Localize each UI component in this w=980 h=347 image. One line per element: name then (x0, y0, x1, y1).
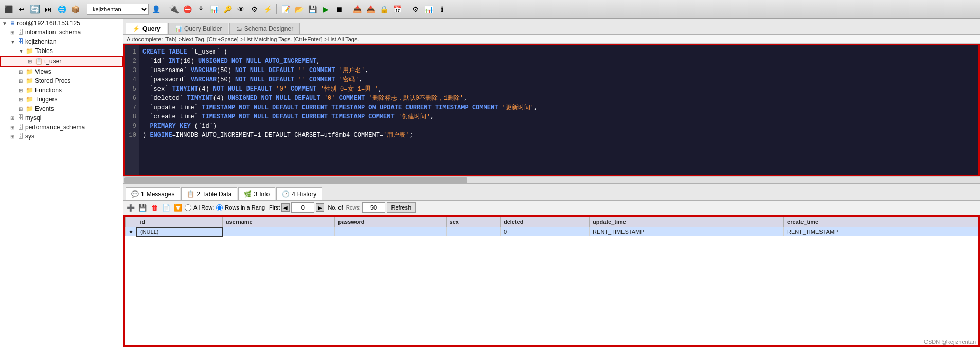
tree-views[interactable]: ⊞ 📁 Views (0, 67, 123, 76)
toolbar-sep-3 (276, 4, 277, 14)
toolbar-icon-save[interactable]: 💾 (306, 3, 318, 15)
toolbar-icon-proc[interactable]: ⚙ (248, 3, 260, 15)
expand-icon: ▼ (2, 21, 8, 26)
cell-password[interactable] (335, 227, 446, 236)
refresh-button[interactable]: Refresh (387, 202, 416, 213)
tb-icon-add[interactable]: ➕ (126, 202, 136, 213)
tree-sys[interactable]: ⊞ 🗄 sys (0, 132, 123, 141)
toolbar-icon-query[interactable]: 📝 (279, 3, 292, 15)
db-label-mysql: mysql (25, 114, 41, 122)
scrollbar-thumb[interactable] (124, 177, 467, 183)
code-editor[interactable]: 12345 678910 CREATE TABLE `t_user` ( `id… (123, 44, 980, 176)
info-tab-icon: 🌿 (244, 190, 252, 198)
toolbar-icon-db[interactable]: 🗄 (194, 3, 207, 15)
cell-username[interactable] (222, 227, 334, 236)
tb-icon-save[interactable]: 💾 (137, 202, 148, 213)
expand-icon-tuser: ⊞ (28, 59, 34, 64)
connection-dropdown[interactable]: kejizhentan (87, 4, 149, 15)
rows-count-input[interactable] (362, 202, 385, 213)
toolbar-icon-globe[interactable]: 🌐 (56, 3, 68, 15)
toolbar-icon-exec[interactable]: ▶ (319, 3, 332, 15)
toolbar-icon-settings[interactable]: ⚙ (409, 3, 421, 15)
toolbar-icon-user[interactable]: 👤 (150, 3, 162, 15)
info-tab-label: Info (259, 190, 270, 198)
toolbar-icon-refresh[interactable]: 🔄 (29, 3, 41, 15)
tab-query[interactable]: ⚡ Query (126, 23, 167, 34)
cell-id[interactable]: (NULL) (137, 227, 222, 236)
tab-table-data[interactable]: 📋 2 Table Data (181, 187, 237, 200)
col-header-password: password (335, 217, 446, 227)
cell-create-time[interactable]: RENT_TIMESTAMP (784, 227, 978, 236)
tree-events[interactable]: ⊞ 📁 Events (0, 104, 123, 113)
rows-sublabel: Rows: (346, 205, 361, 211)
toolbar-icon-schedule[interactable]: 📅 (391, 3, 403, 15)
views-label: Views (35, 68, 51, 75)
tb-icon-filter[interactable]: 🔽 (173, 202, 183, 213)
sd-tab-icon: 🗂 (236, 25, 242, 32)
first-label: First (269, 204, 280, 211)
toolbar-sep-2 (165, 4, 165, 14)
tab-query-builder[interactable]: 📊 Query Builder (168, 23, 229, 34)
toolbar-icon-stop[interactable]: ⏹ (333, 3, 345, 15)
autocomplete-hint: Autocomplete: [Tab]->Next Tag. [Ctrl+Spa… (123, 35, 980, 44)
toolbar-icon-connect[interactable]: 🔌 (168, 3, 180, 15)
row-offset-input[interactable] (291, 202, 314, 213)
tree-t-user[interactable]: ⊞ 📋 t_user (0, 56, 123, 67)
toolbar-icon-pkg[interactable]: 📦 (69, 3, 81, 15)
cell-deleted[interactable]: 0 (500, 227, 589, 236)
tree-triggers[interactable]: ⊞ 📁 Triggers (0, 95, 123, 104)
tree-performance-schema[interactable]: ⊞ 🗄 performance_schema (0, 123, 123, 132)
toolbar-icon-import[interactable]: 📥 (351, 3, 363, 15)
folder-icon-events: 📁 (26, 105, 33, 112)
nav-prev[interactable]: ◀ (281, 203, 290, 212)
toolbar-icon-table[interactable]: 📊 (208, 3, 220, 15)
nav-next[interactable]: ▶ (316, 203, 324, 212)
col-header-id: id (137, 217, 222, 227)
tab-schema-designer[interactable]: 🗂 Schema Designer (229, 23, 300, 34)
toolbar-icon-back[interactable]: ↩ (15, 3, 28, 15)
tab-messages[interactable]: 💬 1 Messages (126, 187, 180, 200)
db-label-sys: sys (25, 133, 34, 140)
messages-tab-icon: 💬 (131, 190, 139, 198)
db-icon-keji: 🗄 (17, 38, 24, 45)
toolbar-icon-backup[interactable]: 🔒 (378, 3, 390, 15)
row-marker: ★ (126, 227, 137, 236)
toolbar-sep-5 (406, 4, 406, 14)
tree-mysql[interactable]: ⊞ 🗄 mysql (0, 113, 123, 123)
col-header-username: username (222, 217, 334, 227)
radio-all-rows[interactable] (185, 204, 191, 211)
toolbar-icon-key[interactable]: 🔑 (221, 3, 234, 15)
tree-kejizhentan[interactable]: ▼ 🗄 kejizhentan (0, 37, 123, 46)
toolbar-icon-info[interactable]: ℹ (436, 3, 448, 15)
toolbar-icon-home[interactable]: ⬛ (2, 3, 14, 15)
cell-sex[interactable] (446, 227, 500, 236)
cell-update-time[interactable]: RENT_TIMESTAMP (590, 227, 784, 236)
tree-connection-root[interactable]: ▼ 🖥 root@192.168.153.125 (0, 19, 123, 28)
tree-stored-procs[interactable]: ⊞ 📁 Stored Procs (0, 76, 123, 85)
radio-rows-range[interactable] (216, 204, 223, 211)
tab-info[interactable]: 🌿 3 Info (238, 187, 275, 200)
toolbar-icon-chart[interactable]: 📊 (422, 3, 435, 15)
toolbar-icon-view[interactable]: 👁 (235, 3, 247, 15)
tb-icon-duplicate[interactable]: 📄 (161, 202, 171, 213)
tb-icon-delete[interactable]: 🗑 (149, 202, 159, 213)
editor-scrollbar[interactable] (123, 176, 980, 183)
db-icon-info: 🗄 (17, 29, 24, 36)
table-row[interactable]: ★ (NULL) 0 RENT_TIMESTAMP RENT_TIMESTAMP (126, 227, 978, 236)
info-tab-num: 3 (254, 190, 257, 198)
tab-history[interactable]: 🕐 4 History (276, 187, 322, 200)
tree-functions[interactable]: ⊞ 📁 Functions (0, 85, 123, 95)
toolbar-icon-open[interactable]: 📂 (293, 3, 305, 15)
expand-icon-tables: ▼ (19, 48, 25, 54)
query-tab-icon: ⚡ (132, 25, 140, 32)
toolbar-icon-disconnect[interactable]: ⛔ (181, 3, 193, 15)
toolbar-icon-export[interactable]: 📤 (364, 3, 377, 15)
toolbar-icon-forward[interactable]: ⏭ (42, 3, 55, 15)
sd-tab-label: Schema Designer (244, 25, 293, 32)
tuser-label: t_user (44, 58, 61, 65)
tree-tables[interactable]: ▼ 📁 Tables (0, 46, 123, 56)
tree-information-schema[interactable]: ⊞ 🗄 information_schema (0, 28, 123, 37)
autocomplete-text: Autocomplete: [Tab]->Next Tag. [Ctrl+Spa… (127, 36, 359, 42)
folder-icon-functions: 📁 (26, 86, 33, 94)
toolbar-icon-trigger[interactable]: ⚡ (261, 3, 274, 15)
